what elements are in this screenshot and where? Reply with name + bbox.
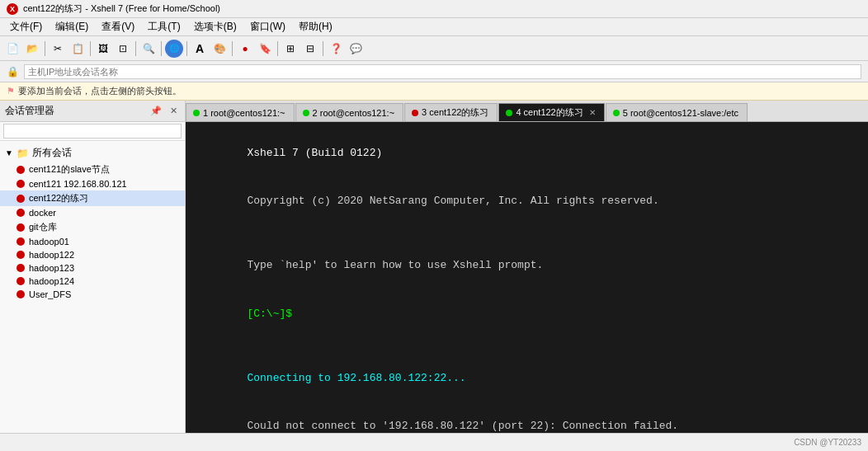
tab-label-3: 4 cent122的练习 xyxy=(516,106,583,119)
status-dot-2 xyxy=(17,195,25,203)
tab-label-1: 2 root@centos121:~ xyxy=(313,108,395,118)
sidebar-search-area xyxy=(0,122,185,141)
toolbar: 📄 📂 ✂ 📋 🖼 ⊡ 🔍 🌐 A 🎨 ● 🔖 ⊞ ⊟ ❓ 💬 xyxy=(0,36,868,61)
tab-1[interactable]: 2 root@centos121:~ xyxy=(295,103,404,121)
tree-root: ▼ 📁 所有会话 xyxy=(0,144,185,162)
term-blank-1 xyxy=(196,225,858,242)
watermark: CSDN @YT20233 xyxy=(794,438,861,447)
sidebar-search-input[interactable] xyxy=(3,124,182,139)
term-line-4: Connecting to 192.168.80.122:22... xyxy=(196,354,858,402)
tab-bar: 1 root@centos121:~ 2 root@centos121:~ 3 … xyxy=(186,101,868,122)
tab-dot-3 xyxy=(506,110,512,116)
open-btn[interactable]: 📂 xyxy=(23,40,41,58)
menu-view[interactable]: 查看(V) xyxy=(95,18,141,35)
copy-btn[interactable]: 📋 xyxy=(68,40,87,58)
toolbar-sep-7 xyxy=(277,41,278,56)
tab-0[interactable]: 1 root@centos121:~ xyxy=(186,103,295,121)
address-bar: 🔒 xyxy=(0,61,868,82)
mark-btn[interactable]: ● xyxy=(236,40,254,58)
sidebar-close-btn[interactable]: ✕ xyxy=(167,105,180,117)
bottom-bar: CSDN @YT20233 xyxy=(0,433,868,451)
menu-tabs[interactable]: 选项卡(B) xyxy=(187,18,243,35)
sidebar-item-hadoop122[interactable]: hadoop122 xyxy=(0,248,185,261)
term-line-5: Could not connect to '192.168.80.122' (p… xyxy=(196,402,858,434)
root-label: 所有会话 xyxy=(32,146,72,160)
tab-2[interactable]: 3 cent122的练习 xyxy=(404,103,498,121)
term-text-2: Type `help' to learn how to use Xshell p… xyxy=(247,259,543,271)
menu-edit[interactable]: 编辑(E) xyxy=(49,18,95,35)
sidebar-item-hadoop124[interactable]: hadoop124 xyxy=(0,275,185,288)
sidebar-item-git[interactable]: git仓库 xyxy=(0,219,185,235)
tab-dot-1 xyxy=(303,110,309,116)
help-btn[interactable]: ❓ xyxy=(327,40,345,58)
app-icon: X xyxy=(7,3,18,15)
menu-tools[interactable]: 工具(T) xyxy=(141,18,186,35)
sidebar-header: 会话管理器 📌 ✕ xyxy=(0,101,185,122)
sidebar-item-cent122[interactable]: cent122的练习 xyxy=(0,190,185,206)
sidebar: 会话管理器 📌 ✕ ▼ 📁 所有会话 cent121的slave节点 cent1… xyxy=(0,101,186,433)
status-dot-3 xyxy=(17,209,25,217)
pin-btn[interactable]: 📌 xyxy=(148,105,164,117)
status-dot-5 xyxy=(17,237,25,246)
term-line-1: Copyright (c) 2020 NetSarang Computer, I… xyxy=(196,177,858,226)
menu-file[interactable]: 文件(F) xyxy=(3,18,49,35)
status-dot-1 xyxy=(17,180,25,188)
expand-icon[interactable]: ▼ xyxy=(5,148,13,157)
something-btn[interactable]: ⊡ xyxy=(114,40,132,58)
sidebar-item-cent121slave[interactable]: cent121的slave节点 xyxy=(0,162,185,177)
toolbar-sep-6 xyxy=(232,41,233,56)
sidebar-item-hadoop01[interactable]: hadoop01 xyxy=(0,235,185,248)
menu-bar: 文件(F) 编辑(E) 查看(V) 工具(T) 选项卡(B) 窗口(W) 帮助(… xyxy=(0,18,868,36)
info-text: 要添加当前会话，点击左侧的箭头按钮。 xyxy=(18,85,182,97)
lock-icon: 🔒 xyxy=(7,66,19,78)
toolbar-sep-4 xyxy=(161,41,162,56)
sidebar-item-cent121[interactable]: cent121 192.168.80.121 xyxy=(0,177,185,190)
cut-btn[interactable]: ✂ xyxy=(49,40,67,58)
item-label-4: git仓库 xyxy=(29,221,57,233)
font-btn[interactable]: A xyxy=(191,40,209,58)
tab-label-0: 1 root@centos121:~ xyxy=(203,108,285,118)
term-line-0: Xshell 7 (Build 0122) xyxy=(196,129,858,177)
toolbar-sep-1 xyxy=(45,41,45,56)
info-bar: ⚑ 要添加当前会话，点击左侧的箭头按钮。 xyxy=(0,82,868,101)
screenshot-btn[interactable]: 🖼 xyxy=(94,40,112,58)
color-btn[interactable]: 🎨 xyxy=(210,40,229,58)
term-text-5: Could not connect to '192.168.80.122' (p… xyxy=(247,420,678,432)
sidebar-item-userdfs[interactable]: User_DFS xyxy=(0,288,185,301)
window-title: cent122的练习 - Xshell 7 (Free for Home/Sch… xyxy=(23,2,220,15)
find-btn[interactable]: 🔍 xyxy=(139,40,158,58)
layout-btn[interactable]: ⊞ xyxy=(281,40,300,58)
sidebar-actions: 📌 ✕ xyxy=(148,105,180,117)
folder-icon: 📁 xyxy=(17,148,29,159)
tab-label-2: 3 cent122的练习 xyxy=(422,106,488,119)
status-dot-4 xyxy=(17,223,25,232)
tab-3[interactable]: 4 cent122的练习 ✕ xyxy=(498,103,604,121)
term-line-2: Type `help' to learn how to use Xshell p… xyxy=(196,242,858,290)
tab-label-4: 5 root@centos121-slave:/etc xyxy=(623,108,738,118)
item-label-6: hadoop122 xyxy=(29,250,74,260)
network-btn[interactable]: 🌐 xyxy=(165,40,183,58)
menu-window[interactable]: 窗口(W) xyxy=(243,18,292,35)
status-dot-6 xyxy=(17,251,25,259)
sidebar-item-hadoop123[interactable]: hadoop123 xyxy=(0,261,185,275)
term-prompt-1: [C:\~]$ xyxy=(247,308,292,320)
address-input[interactable] xyxy=(24,64,861,79)
item-label-7: hadoop123 xyxy=(29,263,74,273)
toolbar-sep-3 xyxy=(135,41,136,56)
toolbar-sep-2 xyxy=(90,41,91,56)
term-line-3: [C:\~]$ xyxy=(196,289,858,338)
toolbar-sep-8 xyxy=(323,41,323,56)
layout2-btn[interactable]: ⊟ xyxy=(301,40,319,58)
sidebar-item-docker[interactable]: docker xyxy=(0,206,185,219)
term-text-0: Xshell 7 (Build 0122) xyxy=(247,147,382,159)
status-dot-8 xyxy=(17,277,25,285)
tab-4[interactable]: 5 root@centos121-slave:/etc xyxy=(606,103,748,121)
chat-btn[interactable]: 💬 xyxy=(347,40,365,58)
terminal[interactable]: Xshell 7 (Build 0122) Copyright (c) 2020… xyxy=(186,122,868,433)
new-session-btn[interactable]: 📄 xyxy=(3,40,21,58)
term-blank-2 xyxy=(196,338,858,355)
toolbar-sep-5 xyxy=(186,41,187,56)
menu-help[interactable]: 帮助(H) xyxy=(292,18,339,35)
bookmark-btn[interactable]: 🔖 xyxy=(256,40,274,58)
tab-close-3[interactable]: ✕ xyxy=(589,108,596,117)
